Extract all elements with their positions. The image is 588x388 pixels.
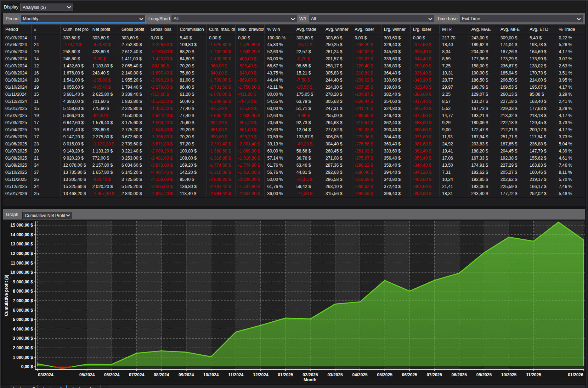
svg-text:Cumulative profit ($): Cumulative profit ($) — [4, 275, 9, 316]
svg-text:08/2024: 08/2024 — [154, 372, 169, 377]
svg-text:10 000,00 $: 10 000,00 $ — [11, 270, 33, 275]
svg-text:11/2024: 11/2024 — [228, 372, 244, 377]
svg-text:12 000,00 $: 12 000,00 $ — [11, 251, 33, 256]
svg-text:05/2025: 05/2025 — [377, 372, 393, 377]
svg-text:8 000,00 $: 8 000,00 $ — [13, 289, 33, 294]
svg-text:06/2025: 06/2025 — [402, 372, 418, 377]
svg-text:15 000,00 $: 15 000,00 $ — [11, 223, 33, 228]
svg-text:01/2025: 01/2025 — [278, 372, 293, 377]
svg-text:04/2025: 04/2025 — [352, 372, 368, 377]
svg-text:11 000,00 $: 11 000,00 $ — [11, 261, 33, 266]
svg-text:3 000,00 $: 3 000,00 $ — [13, 336, 33, 341]
svg-text:03/2025: 03/2025 — [327, 372, 343, 377]
svg-text:01/2026: 01/2026 — [568, 372, 583, 377]
svg-text:1 000,00 $: 1 000,00 $ — [13, 355, 33, 360]
svg-text:09/2025: 09/2025 — [476, 372, 492, 377]
svg-text:07/2025: 07/2025 — [427, 372, 442, 377]
svg-text:Month: Month — [304, 377, 316, 382]
svg-text:10/2025: 10/2025 — [501, 372, 517, 377]
svg-text:12/2024: 12/2024 — [253, 372, 268, 377]
svg-text:08/2025: 08/2025 — [452, 372, 467, 377]
svg-text:2 000,00 $: 2 000,00 $ — [13, 345, 33, 350]
svg-text:09/2024: 09/2024 — [179, 372, 194, 377]
svg-text:4 000,00 $: 4 000,00 $ — [13, 327, 33, 332]
svg-text:11/2025: 11/2025 — [526, 372, 541, 377]
svg-text:07/2024: 07/2024 — [129, 372, 145, 377]
svg-text:06/2024: 06/2024 — [104, 372, 120, 377]
svg-text:14 000,00 $: 14 000,00 $ — [11, 232, 33, 237]
svg-text:9 000,00 $: 9 000,00 $ — [13, 279, 33, 284]
svg-text:10/2024: 10/2024 — [203, 372, 219, 377]
svg-text:13 000,00 $: 13 000,00 $ — [11, 242, 33, 246]
svg-text:7 000,00 $: 7 000,00 $ — [13, 298, 33, 303]
svg-text:0,00 $: 0,00 $ — [21, 364, 33, 369]
svg-text:6 000,00 $: 6 000,00 $ — [13, 308, 33, 313]
svg-text:03/2024: 03/2024 — [38, 372, 53, 377]
svg-text:5 000,00 $: 5 000,00 $ — [13, 317, 33, 322]
svg-text:05/2024: 05/2024 — [79, 372, 95, 377]
svg-text:02/2025: 02/2025 — [303, 372, 318, 377]
